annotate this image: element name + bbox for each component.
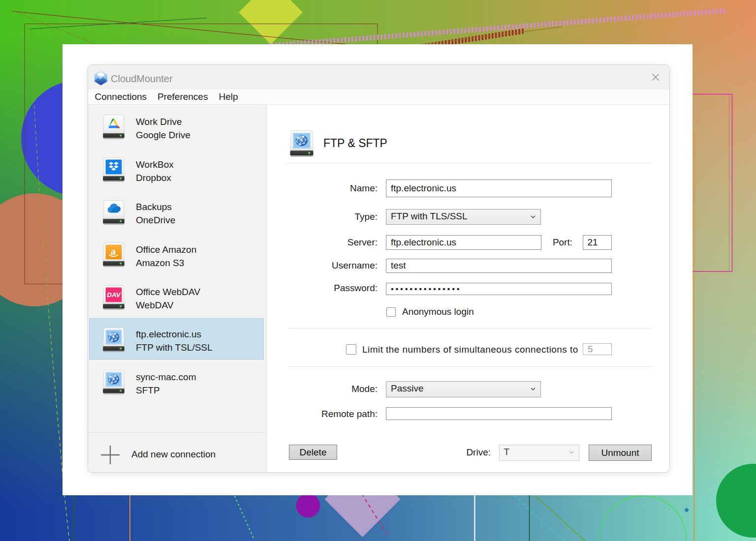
svg-text:a: a <box>111 245 116 257</box>
svg-text:DAV: DAV <box>107 291 121 299</box>
